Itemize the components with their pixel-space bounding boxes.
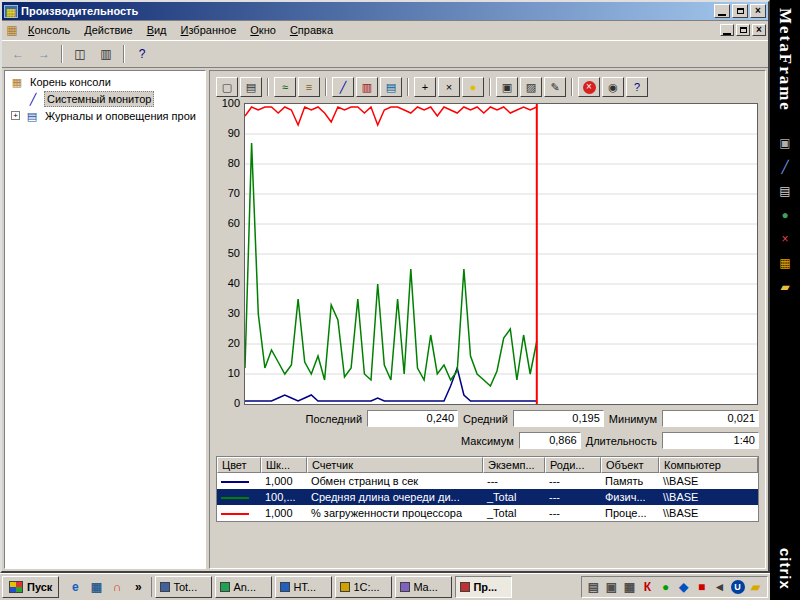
title-bar[interactable]: ▦ Производительность × <box>2 2 768 20</box>
y-tick-label: 80 <box>216 157 240 169</box>
y-tick-label: 40 <box>216 277 240 289</box>
mdi-close-button[interactable]: × <box>752 24 766 36</box>
y-tick-label: 70 <box>216 187 240 199</box>
properties-icon[interactable]: ✎ <box>544 77 566 97</box>
paste-counter-list-icon[interactable]: ▨ <box>520 77 542 97</box>
task-button-an[interactable]: An... <box>215 576 272 598</box>
legend-col-parent[interactable]: Роди... <box>545 457 601 473</box>
task-button-1c[interactable]: 1C:... <box>335 576 392 598</box>
tray-antivirus-icon[interactable]: К <box>639 578 656 596</box>
minimize-button[interactable] <box>714 4 730 18</box>
close-button[interactable]: × <box>750 4 766 18</box>
task-icon <box>280 582 290 592</box>
tray-display-icon[interactable]: ▣ <box>603 578 620 596</box>
mf-globe-icon[interactable]: ● <box>775 206 795 224</box>
legend-row-pages-per-sec[interactable]: 1,000 Обмен страниц в сек --- --- Память… <box>217 473 758 489</box>
mf-grid-icon[interactable]: ▦ <box>775 254 795 272</box>
start-button[interactable]: Пуск <box>2 576 59 598</box>
menu-console[interactable]: Консоль <box>22 22 76 38</box>
highlight-icon[interactable]: ● <box>462 77 484 97</box>
menu-action[interactable]: Действие <box>78 22 138 38</box>
task-label: HT... <box>293 581 316 593</box>
legend-cell-scale: 100,... <box>261 489 307 505</box>
tray-folder-icon: ▰ <box>751 581 760 593</box>
start-label: Пуск <box>27 581 52 593</box>
forward-icon[interactable]: → <box>32 43 56 65</box>
tree-item-logs-alerts[interactable]: + ▤ Журналы и оповещения прои <box>5 107 205 124</box>
back-icon: ← <box>12 48 24 60</box>
mf-close-icon[interactable]: × <box>775 230 795 248</box>
back-icon[interactable]: ← <box>6 43 30 65</box>
tray-folder-icon[interactable]: ▰ <box>747 578 764 596</box>
add-counter-icon[interactable]: + <box>414 77 436 97</box>
tray-volume-icon[interactable]: ◄ <box>711 578 728 596</box>
menu-bar: ▦ Консоль Действие Вид Избранное Окно Сп… <box>2 20 768 41</box>
mdi-restore-button[interactable] <box>736 24 750 36</box>
mf-document-icon[interactable]: ▤ <box>775 182 795 200</box>
view-current-activity-icon[interactable]: ≈ <box>274 77 296 97</box>
delete-counter-icon[interactable]: × <box>438 77 460 97</box>
y-tick-label: 10 <box>216 367 240 379</box>
task-button-performance[interactable]: Пр... <box>455 576 512 598</box>
stats-row-2: Максимум 0,866 Длительность 1:40 <box>216 432 759 449</box>
mdi-minimize-button[interactable] <box>720 24 734 36</box>
tray-green-status-icon: ● <box>662 581 669 593</box>
quicklaunch-overflow-chevron: » <box>135 581 142 593</box>
stat-max-label: Максимум <box>461 435 514 447</box>
legend-col-computer[interactable]: Компьютер <box>659 457 758 473</box>
forward-icon: → <box>38 48 50 60</box>
legend-col-color[interactable]: Цвет <box>217 457 261 473</box>
task-icon <box>460 582 470 592</box>
y-tick-label: 90 <box>216 127 240 139</box>
show-console-tree-icon[interactable]: ◫ <box>68 43 92 65</box>
update-data-icon[interactable]: ◉ <box>602 77 624 97</box>
tray-network-icon[interactable]: ◆ <box>675 578 692 596</box>
menu-help[interactable]: Справка <box>284 22 339 38</box>
legend-col-instance[interactable]: Экземп... <box>483 457 545 473</box>
mf-monitor-icon[interactable]: ▣ <box>775 134 795 152</box>
quicklaunch-overflow-chevron[interactable]: » <box>128 577 148 597</box>
tree-item-console-root[interactable]: ▦ Корень консоли <box>5 73 205 90</box>
mf-chart-icon[interactable]: ╱ <box>775 158 795 176</box>
legend-col-object[interactable]: Объект <box>601 457 659 473</box>
console-help-icon[interactable]: ? <box>130 43 154 65</box>
view-histogram-icon[interactable]: ▥ <box>356 77 378 97</box>
restore-button[interactable] <box>732 4 748 18</box>
tray-utility-icon[interactable]: U <box>729 578 746 596</box>
legend-cell-parent: --- <box>545 489 601 505</box>
tray-red-status-icon[interactable]: ■ <box>693 578 710 596</box>
task-button-ht[interactable]: HT... <box>275 576 332 598</box>
legend-col-scale[interactable]: Шк... <box>261 457 307 473</box>
view-log-data-icon[interactable]: ≡ <box>298 77 320 97</box>
tray-green-status-icon[interactable]: ● <box>657 578 674 596</box>
legend-row-disk-queue[interactable]: 100,... Средняя длина очереди ди... _Tot… <box>217 489 758 505</box>
view-graph-icon[interactable]: ╱ <box>332 77 354 97</box>
legend-row-cpu-load[interactable]: 1,000 % загруженности процессора _Total … <box>217 505 758 521</box>
legend-col-counter[interactable]: Счетчик <box>307 457 483 473</box>
counter-color-swatch <box>221 497 249 499</box>
minimize-icon <box>723 33 731 35</box>
freeze-display-icon[interactable]: × <box>578 77 600 97</box>
tray-print-icon[interactable]: ▤ <box>585 578 602 596</box>
tree-item-system-monitor[interactable]: ╱ Системный монитор <box>5 90 205 107</box>
menu-favorites[interactable]: Избранное <box>175 22 243 38</box>
export-list-icon[interactable]: ▥ <box>94 43 118 65</box>
view-report-icon[interactable]: ▤ <box>380 77 402 97</box>
task-button-ma[interactable]: Ma... <box>395 576 452 598</box>
toolbar-separator <box>571 78 573 96</box>
menu-window[interactable]: Окно <box>244 22 282 38</box>
help-icon[interactable]: ? <box>626 77 648 97</box>
quicklaunch-browser-icon[interactable]: ∩ <box>107 577 127 597</box>
expand-plus-icon[interactable]: + <box>11 111 20 120</box>
mf-folder-icon[interactable]: ▰ <box>775 278 795 296</box>
mf-grid-icon: ▦ <box>779 257 790 269</box>
tray-keyboard-icon[interactable]: ▦ <box>621 578 638 596</box>
legend-cell-instance: _Total <box>483 489 545 505</box>
quicklaunch-desktop-icon[interactable]: ▦ <box>86 577 106 597</box>
task-button-tot[interactable]: Tot... <box>155 576 212 598</box>
new-counter-set-icon[interactable]: ▢ <box>216 77 238 97</box>
menu-view[interactable]: Вид <box>141 22 173 38</box>
quicklaunch-ie-icon[interactable]: e <box>65 577 85 597</box>
copy-properties-icon[interactable]: ▣ <box>496 77 518 97</box>
clear-display-icon[interactable]: ▤ <box>240 77 262 97</box>
